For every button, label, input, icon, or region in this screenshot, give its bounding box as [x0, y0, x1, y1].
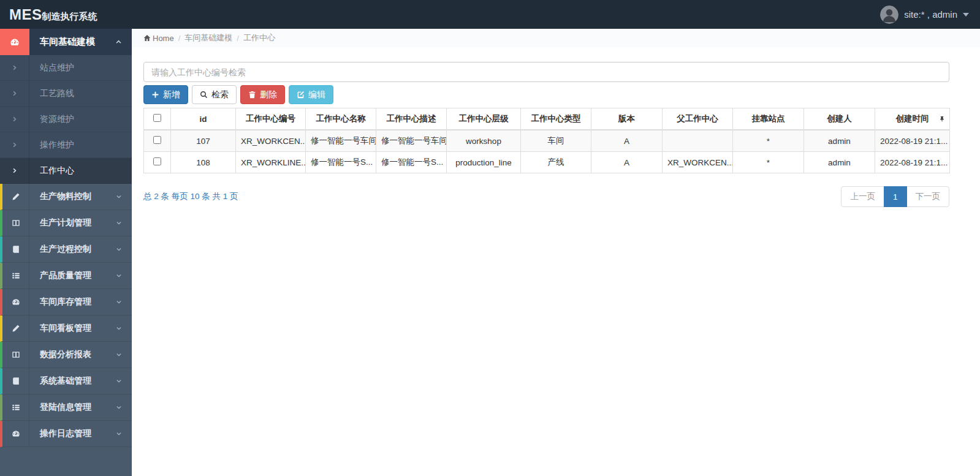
sidebar-item-production-process-control[interactable]: 生产过程控制 — [0, 236, 132, 263]
search-input[interactable] — [143, 62, 949, 82]
chevron-right-icon — [0, 107, 29, 132]
column-header-code: 工作中心编号 — [236, 108, 306, 130]
sidebar: 车间基础建模 站点维护 工艺路线 资源维护 操作维护 — [0, 29, 132, 476]
book-icon — [2, 368, 29, 394]
breadcrumb-level1[interactable]: 车间基础建模 — [184, 32, 232, 43]
table-row[interactable]: 107 XR_WORKCEN... 修一智能一号车间 修一智能一号车间 work… — [144, 130, 950, 152]
row-checkbox[interactable] — [153, 157, 161, 165]
pencil-icon — [2, 184, 29, 210]
column-header-version: 版本 — [591, 108, 663, 130]
next-page-button[interactable]: 下一页 — [906, 186, 950, 207]
app-logo-text: 制造执行系统 — [42, 11, 97, 21]
column-header-created-time: 创建时间 — [875, 108, 950, 130]
page-1-button[interactable]: 1 — [884, 186, 907, 207]
header-checkbox-cell — [144, 108, 171, 130]
pagination-controls: 上一页 1 下一页 — [841, 186, 949, 207]
gauge-icon — [2, 421, 29, 447]
chevron-down-icon — [116, 325, 122, 331]
home-icon — [143, 34, 151, 42]
column-header-creator: 创建人 — [804, 108, 875, 130]
gauge-icon — [0, 29, 29, 55]
chevron-right-icon — [0, 55, 29, 80]
columns-icon — [2, 342, 29, 368]
column-header-id: id — [171, 108, 236, 130]
user-menu[interactable]: site:* , admin — [880, 6, 969, 24]
book-icon — [2, 236, 29, 262]
column-header-parent: 父工作中心 — [663, 108, 733, 130]
breadcrumb-home-link[interactable]: Home — [143, 34, 174, 43]
chevron-down-icon — [116, 404, 122, 410]
toolbar: 新增 检索 删除 编辑 — [143, 85, 949, 104]
chevron-down-icon — [116, 246, 122, 252]
sidebar-item-site-maintenance[interactable]: 站点维护 — [0, 55, 132, 81]
sidebar-item-operation-log-management[interactable]: 操作日志管理 — [0, 421, 132, 447]
column-header-type: 工作中心类型 — [521, 108, 591, 130]
gauge-icon — [2, 289, 29, 315]
chevron-up-icon — [115, 39, 122, 45]
search-icon — [200, 91, 208, 99]
column-header-site: 挂靠站点 — [733, 108, 804, 130]
pencil-icon — [2, 315, 29, 341]
sidebar-item-production-material-control[interactable]: 生产物料控制 — [0, 184, 132, 210]
breadcrumb-separator: / — [237, 34, 239, 43]
columns-icon — [2, 210, 29, 236]
table-row[interactable]: 108 XR_WORKLINE... 修一智能一号S... 修一智能一号S...… — [144, 152, 950, 173]
pagination-bar: 总 2 条 每页 10 条 共 1 页 上一页 1 下一页 — [143, 186, 949, 207]
chevron-down-icon — [116, 299, 122, 305]
chevron-right-icon — [0, 132, 29, 157]
sidebar-group-label: 车间基础建模 — [29, 36, 115, 48]
sidebar-item-resource-maintenance[interactable]: 资源维护 — [0, 107, 132, 132]
user-label: site:* , admin — [904, 9, 957, 20]
prev-page-button[interactable]: 上一页 — [841, 186, 884, 207]
row-checkbox-cell — [144, 152, 171, 173]
delete-button[interactable]: 删除 — [240, 85, 285, 104]
app-logo-bold: MES — [9, 6, 42, 23]
edit-button[interactable]: 编辑 — [289, 85, 333, 104]
top-navbar: MES制造执行系统 site:* , admin — [0, 0, 980, 29]
search-button[interactable]: 检索 — [192, 85, 237, 104]
column-header-description: 工作中心描述 — [376, 108, 447, 130]
breadcrumb-current: 工作中心 — [243, 32, 275, 43]
sidebar-group-workshop-modeling[interactable]: 车间基础建模 — [0, 29, 132, 55]
chevron-down-icon — [116, 273, 122, 279]
trash-icon — [248, 91, 256, 99]
sidebar-item-operation-maintenance[interactable]: 操作维护 — [0, 132, 132, 158]
sidebar-item-production-plan-management[interactable]: 生产计划管理 — [0, 210, 132, 236]
column-header-name: 工作中心名称 — [306, 108, 376, 130]
chevron-down-icon — [116, 378, 122, 384]
sidebar-item-data-analysis-report[interactable]: 数据分析报表 — [0, 342, 132, 368]
user-avatar — [880, 6, 898, 24]
list-icon — [2, 263, 29, 289]
select-all-checkbox[interactable] — [153, 114, 161, 122]
column-header-level: 工作中心层级 — [447, 108, 521, 130]
breadcrumb-separator: / — [178, 34, 181, 43]
chevron-down-icon — [116, 431, 122, 437]
chevron-right-icon — [0, 81, 29, 106]
chevron-right-icon — [0, 158, 29, 183]
breadcrumb: Home / 车间基础建模 / 工作中心 — [132, 29, 980, 47]
chevron-down-icon — [116, 220, 122, 226]
pin-icon[interactable] — [939, 116, 945, 123]
chevron-down-icon — [116, 194, 122, 200]
sidebar-item-login-info-management[interactable]: 登陆信息管理 — [0, 395, 132, 421]
row-checkbox[interactable] — [153, 136, 161, 144]
row-checkbox-cell — [144, 130, 171, 152]
sidebar-submenu: 站点维护 工艺路线 资源维护 操作维护 工作中心 — [0, 55, 132, 184]
sidebar-item-workshop-inventory-management[interactable]: 车间库存管理 — [0, 289, 132, 315]
sidebar-item-work-center[interactable]: 工作中心 — [0, 158, 132, 184]
list-icon — [2, 395, 29, 420]
sidebar-item-process-route[interactable]: 工艺路线 — [0, 81, 132, 107]
app-logo: MES制造执行系统 — [0, 6, 97, 23]
sidebar-item-product-quality-management[interactable]: 产品质量管理 — [0, 263, 132, 289]
pagination-summary: 总 2 条 每页 10 条 共 1 页 — [143, 191, 238, 202]
work-center-table: id 工作中心编号 工作中心名称 工作中心描述 工作中心层级 工作中心类型 版本… — [143, 108, 950, 173]
sidebar-item-system-basic-management[interactable]: 系统基础管理 — [0, 368, 132, 395]
table-header-row: id 工作中心编号 工作中心名称 工作中心描述 工作中心层级 工作中心类型 版本… — [144, 108, 950, 130]
add-button[interactable]: 新增 — [143, 85, 188, 104]
edit-icon — [297, 91, 305, 99]
sidebar-item-workshop-kanban-management[interactable]: 车间看板管理 — [0, 315, 132, 342]
plus-icon — [151, 91, 159, 99]
caret-down-icon — [963, 13, 969, 17]
chevron-down-icon — [116, 352, 122, 358]
